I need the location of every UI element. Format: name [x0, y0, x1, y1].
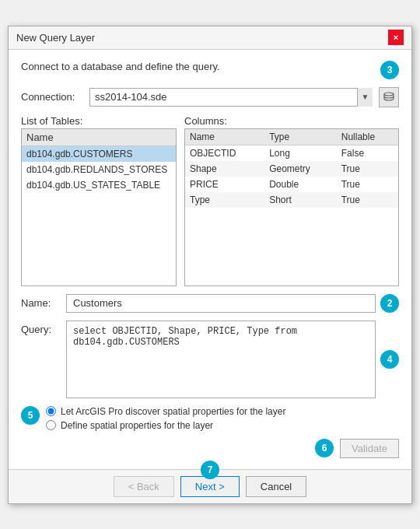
- step-4-badge: 4: [380, 350, 399, 369]
- validate-area: 6 Validate: [21, 439, 399, 458]
- table-row: Type Short True: [185, 192, 398, 208]
- description-row: Connect to a database and define the que…: [21, 61, 399, 79]
- radio-discover-label: Let ArcGIS Pro discover spatial properti…: [61, 406, 285, 417]
- database-browse-button[interactable]: [379, 87, 399, 107]
- table-row: OBJECTID Long False: [185, 145, 398, 161]
- name-input[interactable]: [66, 294, 376, 313]
- name-label: Name:: [21, 297, 60, 309]
- step-2-badge: 2: [380, 294, 399, 313]
- query-label: Query:: [21, 321, 60, 335]
- radio-group: Let ArcGIS Pro discover spatial properti…: [46, 406, 399, 431]
- columns-list-container: Name Type Nullable OBJECTID Long False: [184, 128, 399, 286]
- query-input-wrapper: select OBJECTID, Shape, PRICE, Type from…: [66, 321, 399, 398]
- col-header-type: Type: [264, 129, 337, 145]
- dialog-title: New Query Layer: [16, 32, 95, 44]
- col-header-nullable: Nullable: [337, 129, 398, 145]
- step-6-badge: 6: [315, 439, 334, 457]
- query-row: Query: select OBJECTID, Shape, PRICE, Ty…: [21, 321, 399, 398]
- connection-combo-wrapper: ss2014-104.sde ▼: [89, 88, 373, 107]
- close-button[interactable]: ×: [388, 30, 404, 45]
- radio-define-input[interactable]: [46, 420, 56, 430]
- columns-section: Columns: Name Type Nullable OBJE: [184, 115, 399, 286]
- radio-discover-spatial[interactable]: Let ArcGIS Pro discover spatial properti…: [46, 406, 399, 417]
- name-input-wrapper: 2: [66, 294, 399, 313]
- col-nullable: False: [337, 145, 398, 161]
- query-textarea[interactable]: select OBJECTID, Shape, PRICE, Type from…: [66, 321, 376, 398]
- description-text: Connect to a database and define the que…: [21, 61, 374, 72]
- tables-header: Name: [22, 129, 176, 146]
- dialog-content: Connect to a database and define the que…: [9, 50, 411, 469]
- tables-section: List of Tables: Name db104.gdb.CUSTOMERS…: [21, 115, 177, 286]
- radio-define-spatial[interactable]: Define spatial properties for the layer: [46, 420, 399, 431]
- title-bar: New Query Layer ×: [9, 26, 411, 50]
- tables-label: List of Tables:: [21, 115, 177, 127]
- svg-point-0: [384, 93, 394, 96]
- table-row: PRICE Double True: [185, 177, 398, 192]
- col-name: Shape: [185, 161, 264, 177]
- validate-button[interactable]: Validate: [340, 439, 399, 458]
- table-row[interactable]: db104.gdb.US_STATES_TABLE: [22, 177, 176, 193]
- columns-header-row: Name Type Nullable: [185, 129, 398, 145]
- col-name: OBJECTID: [185, 145, 264, 161]
- step-3-badge: 3: [380, 61, 399, 79]
- table-row[interactable]: db104.gdb.REDLANDS_STORES: [22, 162, 176, 177]
- col-nullable: True: [337, 192, 398, 208]
- connection-row: Connection: ss2014-104.sde ▼: [21, 87, 399, 107]
- col-nullable: True: [337, 161, 398, 177]
- database-icon: [383, 92, 395, 103]
- col-type: Short: [264, 192, 337, 208]
- dialog-container: New Query Layer × Connect to a database …: [8, 26, 412, 504]
- radio-section: 5 Let ArcGIS Pro discover spatial proper…: [21, 406, 399, 431]
- back-button[interactable]: < Back: [114, 476, 174, 497]
- col-type: Geometry: [264, 161, 337, 177]
- col-type: Double: [264, 177, 337, 192]
- tables-columns-row: List of Tables: Name db104.gdb.CUSTOMERS…: [21, 115, 399, 286]
- radio-discover-input[interactable]: [46, 406, 56, 416]
- table-row: Shape Geometry True: [185, 161, 398, 177]
- radio-define-label: Define spatial properties for the layer: [61, 420, 213, 431]
- step-7-badge: 7: [201, 461, 219, 479]
- next-button[interactable]: Next >: [180, 476, 240, 497]
- columns-table: Name Type Nullable OBJECTID Long False: [185, 129, 398, 208]
- col-nullable: True: [337, 177, 398, 192]
- col-header-name: Name: [185, 129, 264, 145]
- cancel-button[interactable]: Cancel: [246, 476, 306, 497]
- col-type: Long: [264, 145, 337, 161]
- connection-select[interactable]: ss2014-104.sde: [89, 88, 373, 107]
- col-name: PRICE: [185, 177, 264, 192]
- connection-label: Connection:: [21, 91, 83, 103]
- table-row[interactable]: db104.gdb.CUSTOMERS: [22, 146, 176, 162]
- name-row: Name: 2: [21, 294, 399, 313]
- step-5-badge: 5: [21, 406, 40, 425]
- footer: 7 < Back Next > Cancel: [9, 469, 411, 503]
- columns-label: Columns:: [184, 115, 399, 127]
- col-name: Type: [185, 192, 264, 208]
- tables-list-container[interactable]: Name db104.gdb.CUSTOMERS db104.gdb.REDLA…: [21, 128, 177, 286]
